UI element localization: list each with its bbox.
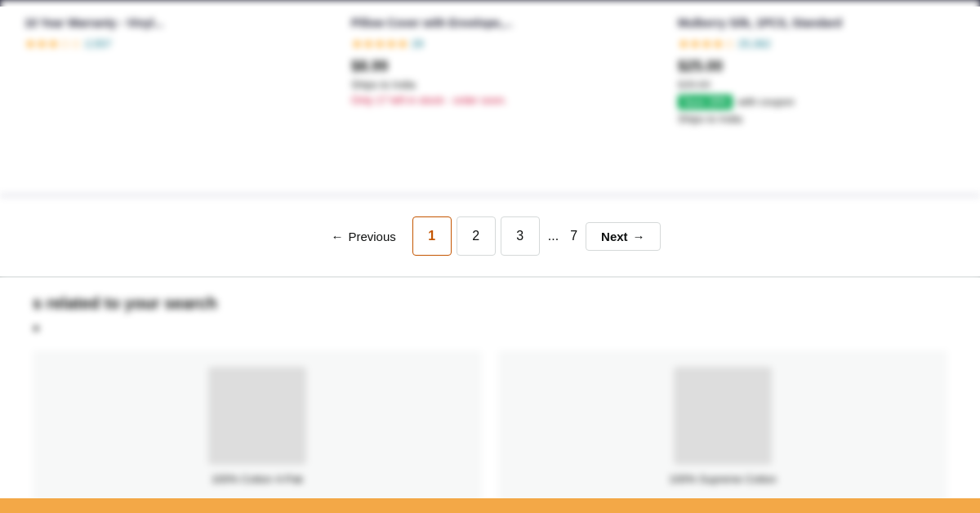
star-icon-2: ★★★★★ — [351, 36, 408, 51]
page-button-1[interactable]: 1 — [412, 216, 452, 256]
product-ships-2: Ships to India — [351, 78, 629, 91]
product-listings: 10 Year Warranty - Vinyl... ★★★☆☆ 2,557 … — [0, 0, 980, 196]
prev-arrow-icon: ← — [331, 230, 343, 243]
pagination-nav: ← Previous 1 2 3 ... 7 Next → — [319, 216, 660, 256]
related-product-title-2: 100% Supreme Cotton — [669, 473, 777, 485]
related-product-2: 100% Supreme Cotton — [498, 350, 947, 502]
product-stars-3: ★★★★☆ 25,362 — [678, 36, 956, 51]
product-item-2: Pillow Cover with Envelope,... ★★★★★ 29 … — [343, 8, 637, 186]
star-icon-1: ★★★☆☆ — [24, 36, 82, 51]
related-product-1: 100% Cotton 4-Pak — [33, 350, 482, 502]
star-icon-3: ★★★★☆ — [678, 36, 735, 51]
bottom-brand-bar — [0, 498, 980, 513]
next-label: Next — [601, 230, 628, 243]
pagination-container: ← Previous 1 2 3 ... 7 Next → — [0, 196, 980, 278]
previous-button[interactable]: ← Previous — [319, 223, 407, 250]
product-price-old-3: $35.00 — [678, 78, 956, 91]
product-ships-3: Ships to India — [678, 113, 956, 125]
review-count-2: 29 — [412, 38, 423, 50]
related-product-image-1 — [208, 367, 306, 465]
related-title: s related to your search — [33, 294, 947, 313]
page-button-2[interactable]: 2 — [457, 216, 496, 256]
related-product-image-2 — [674, 367, 772, 465]
product-stars-2: ★★★★★ 29 — [351, 36, 629, 51]
product-stars-1: ★★★☆☆ 2,557 — [24, 36, 302, 51]
next-button[interactable]: Next → — [586, 222, 661, 251]
product-item-3: Mulberry Silk, 1PCS, Standard ★★★★☆ 25,3… — [670, 8, 964, 186]
pagination-ellipsis: ... — [545, 229, 562, 243]
product-title-1: 10 Year Warranty - Vinyl... — [24, 16, 302, 29]
review-count-3: 25,362 — [738, 38, 771, 50]
next-arrow-icon: → — [633, 230, 645, 243]
related-product-title-1: 100% Cotton 4-Pak — [212, 473, 304, 485]
previous-label: Previous — [348, 230, 395, 243]
product-stock-2: Only 17 left in stock - order soon. — [351, 94, 629, 106]
related-products-list: 100% Cotton 4-Pak 100% Supreme Cotton — [33, 350, 947, 502]
review-count-1: 2,557 — [85, 38, 112, 50]
page-last-number: 7 — [567, 229, 581, 243]
save-badge-3: Save 20% — [678, 95, 733, 109]
product-title-3: Mulberry Silk, 1PCS, Standard — [678, 16, 956, 29]
related-sub: ● — [33, 321, 947, 334]
product-item-1: 10 Year Warranty - Vinyl... ★★★☆☆ 2,557 — [16, 8, 310, 186]
coupon-text-3: with coupon — [737, 96, 794, 108]
product-price-3: $25.00 — [678, 58, 956, 75]
related-products-section: s related to your search ● 100% Cotton 4… — [0, 278, 980, 513]
product-title-2: Pillow Cover with Envelope,... — [351, 16, 629, 29]
page-button-3[interactable]: 3 — [501, 216, 540, 256]
product-price-2: $8.99 — [351, 58, 629, 75]
